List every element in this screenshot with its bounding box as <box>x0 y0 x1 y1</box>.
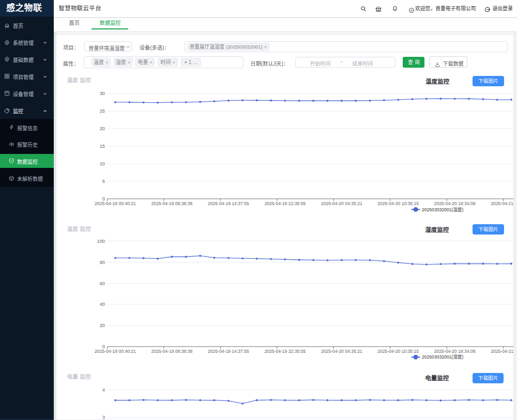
svg-text:2025-04-21 02:33:35: 2025-04-21 02:33:35 <box>491 349 514 354</box>
svg-text:2025-04-21 02:33:35: 2025-04-21 02:33:35 <box>491 201 514 206</box>
svg-text:2025-04-19 00:40:21: 2025-04-19 00:40:21 <box>95 349 136 354</box>
svg-text:2025-04-19 22:35:55: 2025-04-19 22:35:55 <box>264 349 306 354</box>
svg-text:40: 40 <box>100 302 105 307</box>
svg-text:25: 25 <box>100 108 105 114</box>
svg-text:60: 60 <box>100 281 105 286</box>
svg-text:2025-04-20 04:35:21: 2025-04-20 04:35:21 <box>321 201 362 206</box>
svg-text:2025-04-19 00:40:21: 2025-04-19 00:40:21 <box>95 201 136 206</box>
svg-text:2025-04-20 18:34:08: 2025-04-20 18:34:08 <box>434 349 476 354</box>
svg-text:100: 100 <box>97 239 105 244</box>
svg-text:15: 15 <box>100 144 105 149</box>
svg-text:2025-04-20 10:35:15: 2025-04-20 10:35:15 <box>377 201 419 206</box>
svg-text:4: 4 <box>102 387 105 393</box>
svg-text:30: 30 <box>100 91 105 96</box>
svg-text:2025-04-19 22:35:55: 2025-04-19 22:35:55 <box>264 201 306 206</box>
svg-text:20: 20 <box>100 126 105 131</box>
svg-text:202503032001(温度): 202503032001(温度) <box>422 207 463 212</box>
svg-text:2025-04-20 10:35:15: 2025-04-20 10:35:15 <box>377 349 419 354</box>
svg-text:20: 20 <box>100 323 105 328</box>
svg-text:2025-04-20 04:35:21: 2025-04-20 04:35:21 <box>321 349 362 354</box>
svg-text:10: 10 <box>100 161 105 166</box>
svg-text:202503032001(湿度): 202503032001(湿度) <box>422 354 463 360</box>
svg-text:2025-04-19 14:37:55: 2025-04-19 14:37:55 <box>208 201 249 206</box>
svg-text:2025-04-19 14:37:55: 2025-04-19 14:37:55 <box>208 349 249 354</box>
svg-text:5: 5 <box>102 179 105 184</box>
svg-text:2025-04-19 08:38:38: 2025-04-19 08:38:38 <box>151 349 192 354</box>
svg-text:2025-04-19 08:38:38: 2025-04-19 08:38:38 <box>151 201 192 206</box>
svg-text:80: 80 <box>100 260 105 265</box>
svg-text:2025-04-20 18:34:08: 2025-04-20 18:34:08 <box>434 201 476 206</box>
svg-text:3: 3 <box>102 415 105 420</box>
